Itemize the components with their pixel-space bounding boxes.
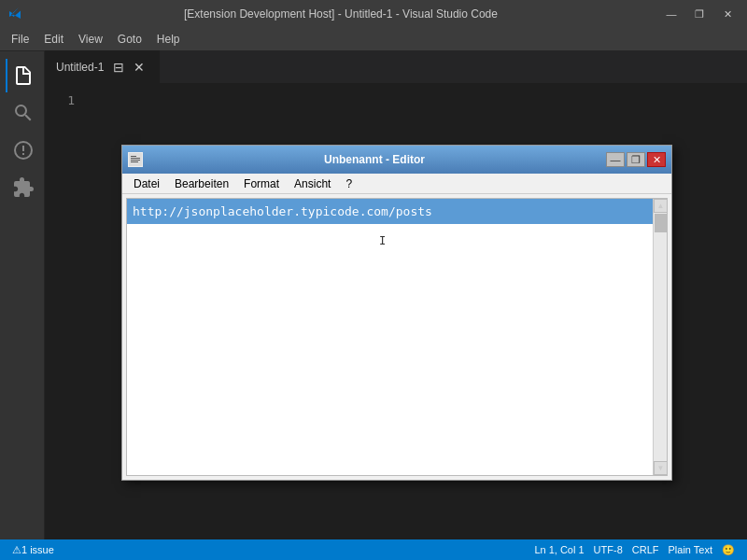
dialog-title: Unbenannt - Editor <box>147 153 602 166</box>
source-control-icon[interactable] <box>6 133 39 167</box>
close-button[interactable]: ✕ <box>715 6 740 22</box>
menu-help[interactable]: Help <box>149 28 188 50</box>
dialog-content[interactable]: http://jsonplaceholder.typicode.com/post… <box>126 198 668 476</box>
editor-dialog[interactable]: Unbenannt - Editor — ❐ ✕ Datei Bearbeite… <box>121 145 672 481</box>
scrollbar-track <box>654 213 667 461</box>
tab-label: Untitled-1 <box>56 61 104 74</box>
feedback-icon[interactable]: 🙂 <box>717 544 740 556</box>
search-icon[interactable] <box>6 96 39 130</box>
status-right: Ln 1, Col 1 UTF-8 CRLF Plain Text 🙂 <box>529 544 740 556</box>
scroll-down-button[interactable]: ▼ <box>654 461 668 475</box>
dialog-minimize-button[interactable]: — <box>606 152 625 167</box>
menu-view[interactable]: View <box>71 28 110 50</box>
dialog-url-text[interactable]: http://jsonplaceholder.typicode.com/post… <box>127 199 653 224</box>
maximize-button[interactable]: ❐ <box>687 6 712 22</box>
line-ending-status[interactable]: CRLF <box>627 544 664 555</box>
menubar: File Edit View Goto Help <box>0 28 747 51</box>
dialog-menu-help[interactable]: ? <box>338 175 359 192</box>
minimize-button[interactable]: — <box>659 6 684 22</box>
titlebar: [Extension Development Host] - Untitled-… <box>0 0 747 28</box>
dialog-menu-ansicht[interactable]: Ansicht <box>287 175 338 192</box>
dialog-titlebar: Unbenannt - Editor — ❐ ✕ <box>122 146 671 174</box>
svg-rect-1 <box>131 156 136 157</box>
split-editor-button[interactable]: ⊟ <box>109 58 128 77</box>
tab-controls: ⊟ ✕ <box>109 58 148 77</box>
status-left: ⚠ 1 issue <box>7 544 59 556</box>
issue-icon: ⚠ <box>12 544 21 556</box>
statusbar: ⚠ 1 issue Ln 1, Col 1 UTF-8 CRLF Plain T… <box>0 539 747 560</box>
dialog-menu-bearbeiten[interactable]: Bearbeiten <box>167 175 236 192</box>
text-cursor: I <box>379 234 386 247</box>
dialog-maximize-button[interactable]: ❐ <box>627 152 645 167</box>
svg-rect-2 <box>131 158 140 159</box>
issues-status[interactable]: ⚠ 1 issue <box>7 544 59 556</box>
window-controls: — ❐ ✕ <box>659 6 740 22</box>
issue-count: 1 issue <box>21 544 54 555</box>
menu-edit[interactable]: Edit <box>36 28 71 50</box>
activity-bar <box>0 51 45 539</box>
dialog-menu-format[interactable]: Format <box>236 175 287 192</box>
line-numbers: 1 <box>45 84 82 539</box>
menu-goto[interactable]: Goto <box>110 28 149 50</box>
editor-tab-untitled[interactable]: Untitled-1 ⊟ ✕ <box>45 50 161 83</box>
line-number-1: 1 <box>45 91 75 109</box>
dialog-close-button[interactable]: ✕ <box>647 152 666 167</box>
dialog-app-icon <box>128 152 143 167</box>
language-mode[interactable]: Plain Text <box>664 544 718 555</box>
scrollbar-thumb[interactable] <box>655 214 667 232</box>
tab-bar: Untitled-1 ⊟ ✕ <box>45 51 747 84</box>
scroll-up-button[interactable]: ▲ <box>654 199 668 213</box>
dialog-controls: — ❐ ✕ <box>606 152 666 167</box>
svg-rect-3 <box>131 160 140 161</box>
vscode-icon <box>7 7 22 21</box>
menu-file[interactable]: File <box>4 28 36 50</box>
files-icon[interactable] <box>6 59 39 92</box>
encoding-status[interactable]: UTF-8 <box>589 544 627 555</box>
dialog-menubar: Datei Bearbeiten Format Ansicht ? <box>122 174 671 194</box>
svg-rect-4 <box>131 161 138 162</box>
window-title: [Extension Development Host] - Untitled-… <box>30 7 652 21</box>
close-tab-button[interactable]: ✕ <box>130 58 148 77</box>
cursor-position[interactable]: Ln 1, Col 1 <box>529 544 588 555</box>
extensions-icon[interactable] <box>6 171 39 204</box>
dialog-scrollbar[interactable]: ▲ ▼ <box>653 199 667 475</box>
dialog-menu-datei[interactable]: Datei <box>126 175 167 192</box>
